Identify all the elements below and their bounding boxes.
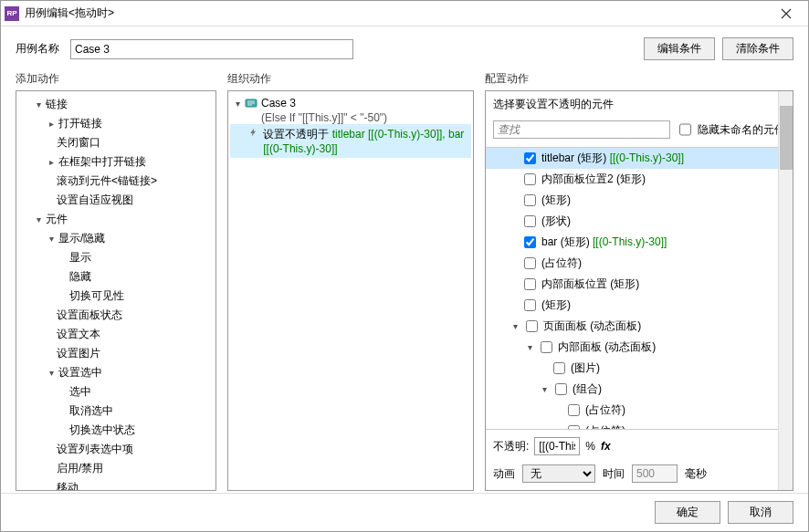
widget-list[interactable]: titlebar (矩形) [[(0-This.y)-30]]内部面板位置2 (… [486,147,793,430]
anim-select[interactable]: 无 [522,464,595,483]
opacity-input[interactable] [534,437,580,455]
action-tree-item[interactable]: 移动 [18,478,214,491]
action-tree-item[interactable]: 在框架中打开链接 [18,152,214,172]
action-tree-item[interactable]: 设置选中 [18,363,214,382]
widget-label: (占位符) [541,256,582,271]
action-tree-item[interactable]: 隐藏 [18,267,214,287]
widget-row[interactable]: (图片) [486,358,793,379]
action-tree-item[interactable]: 设置文本 [18,325,214,344]
action-tree-item[interactable]: 启用/禁用 [18,459,214,478]
scroll-thumb[interactable] [780,106,793,170]
widget-row[interactable]: (矩形) [486,190,793,211]
scrollbar[interactable] [778,91,793,490]
chevron-down-icon[interactable] [33,214,44,225]
widget-label: (矩形) [541,193,571,208]
widget-checkbox[interactable] [524,299,536,311]
action-tree-item[interactable]: 显示/隐藏 [18,229,214,248]
widget-checkbox[interactable] [553,362,565,374]
action-tree-item[interactable]: 打开链接 [18,114,214,133]
action-tree-item[interactable]: 设置列表选中项 [18,440,214,459]
chevron-right-icon[interactable] [46,157,57,168]
widget-checkbox[interactable] [524,236,536,248]
action-tree[interactable]: 链接打开链接关闭窗口在框架中打开链接滚动到元件<锚链接>设置自适应视图元件显示/… [16,90,216,491]
action-tree-item[interactable]: 链接 [18,95,214,114]
action-tree-item[interactable]: 设置面板状态 [18,306,214,325]
widget-label: 内部面板 (动态面板) [558,339,656,355]
case-node[interactable]: Case 3 [230,95,471,111]
tree-item-label: 取消选中 [69,403,113,419]
hide-unnamed-checkbox-row[interactable]: 隐藏未命名的元件 [676,118,785,141]
widget-row[interactable]: (组合) [486,379,793,400]
cancel-button[interactable]: 取消 [728,501,793,524]
opacity-label: 不透明: [493,439,529,454]
action-tree-item[interactable]: 设置图片 [18,344,214,363]
widget-row[interactable]: (占位符) [486,400,793,421]
widget-checkbox[interactable] [524,215,536,227]
organize-action-column: 组织动作 Case 3 (Else If "[[This.y]]" < "-50… [227,68,474,491]
widget-checkbox[interactable] [568,425,580,430]
widget-row[interactable]: 页面面板 (动态面板) [486,316,793,337]
widget-checkbox[interactable] [526,320,538,332]
widget-row[interactable]: (形状) [486,211,793,232]
widget-row[interactable]: 内部面板 (动态面板) [486,337,793,358]
widget-checkbox[interactable] [524,278,536,290]
chevron-down-icon[interactable] [46,234,57,245]
action-tree-item[interactable]: 切换选中状态 [18,421,214,440]
fx-button[interactable]: fx [601,440,611,453]
action-tree-item[interactable]: 取消选中 [18,402,214,421]
widget-checkbox[interactable] [524,152,536,164]
app-icon: RP [5,6,19,21]
widget-label: (形状) [541,214,571,229]
action-row[interactable]: 设置不透明于 titlebar [[(0-This.y)-30]], bar [… [230,124,471,158]
widget-checkbox[interactable] [568,404,580,416]
tree-item-label: 设置文本 [57,327,100,342]
widget-checkbox[interactable] [524,257,536,269]
widget-row[interactable]: 内部面板位置 (矩形) [486,274,793,295]
widget-label: 内部面板位置2 (矩形) [541,172,646,187]
case-icon [245,97,257,110]
widget-row[interactable]: (占位符) [486,253,793,274]
close-button[interactable] [768,1,804,26]
action-tree-item[interactable]: 滚动到元件<锚链接> [18,172,214,191]
add-action-column: 添加动作 链接打开链接关闭窗口在框架中打开链接滚动到元件<锚链接>设置自适应视图… [16,68,216,491]
action-tree-item[interactable]: 元件 [18,210,214,229]
widget-row[interactable]: titlebar (矩形) [[(0-This.y)-30]] [486,148,793,169]
widget-value: [[(0-This.y)-30]] [606,151,684,164]
tree-item-label: 设置选中 [58,365,102,381]
widget-row[interactable]: bar (矩形) [[(0-This.y)-30]] [486,232,793,253]
edit-condition-button[interactable]: 编辑条件 [644,37,715,60]
tree-item-label: 移动 [57,480,79,491]
hide-unnamed-checkbox[interactable] [679,120,691,139]
configure-action-column: 配置动作 选择要设置不透明的元件 隐藏未命名的元件 titlebar (矩形) … [485,68,793,491]
case-name-input[interactable] [70,39,353,59]
action-tree-item[interactable]: 显示 [18,248,214,267]
time-unit: 毫秒 [685,466,707,482]
widget-checkbox[interactable] [555,383,567,395]
tree-item-label: 设置图片 [57,346,100,361]
action-tree-item[interactable]: 设置自适应视图 [18,191,214,210]
chevron-down-icon[interactable] [510,321,520,332]
chevron-down-icon[interactable] [33,99,44,110]
widget-checkbox[interactable] [524,173,536,185]
ok-button[interactable]: 确定 [655,501,720,524]
search-input[interactable] [493,120,670,139]
widget-checkbox[interactable] [541,341,552,353]
dialog-window: RP 用例编辑<拖动时> 用例名称 编辑条件 清除条件 添加动作 链接打开链接关… [0,0,809,532]
chevron-down-icon[interactable] [524,342,535,353]
widget-row[interactable]: (占位符) [486,421,793,430]
tree-item-label: 显示/隐藏 [58,231,105,246]
action-tree-item[interactable]: 关闭窗口 [18,133,214,152]
clear-condition-button[interactable]: 清除条件 [722,37,793,60]
widget-checkbox[interactable] [524,194,536,206]
widget-label: (组合) [573,381,602,397]
dialog-footer: 确定 取消 [1,493,808,531]
chevron-right-icon[interactable] [46,119,57,130]
action-tree-item[interactable]: 切换可见性 [18,287,214,306]
widget-row[interactable]: 内部面板位置2 (矩形) [486,169,793,190]
chevron-down-icon[interactable] [46,368,57,379]
widget-row[interactable]: (矩形) [486,295,793,316]
chevron-down-icon[interactable] [539,384,550,395]
case-tree[interactable]: Case 3 (Else If "[[This.y]]" < "-50") 设置… [227,90,474,491]
expand-icon[interactable] [232,98,243,109]
action-tree-item[interactable]: 选中 [18,382,214,402]
